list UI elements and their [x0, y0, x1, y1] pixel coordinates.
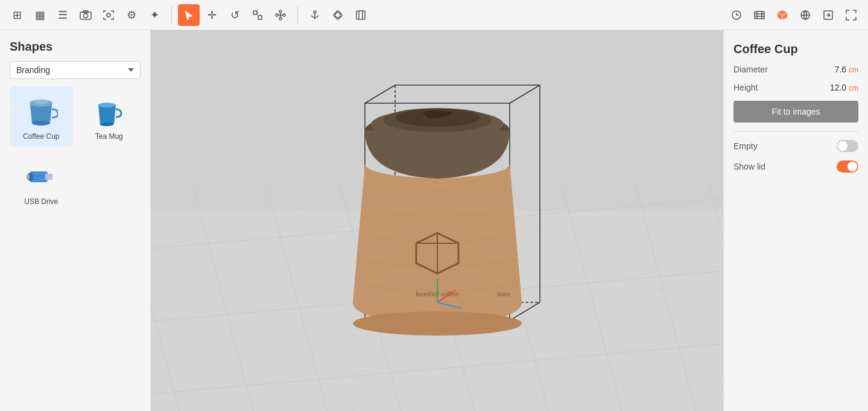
svg-text:boxs: boxs	[497, 291, 510, 298]
panel-title: Coffee Cup	[733, 42, 858, 56]
right-panel: Coffee Cup Diameter 7.6 cm Height 12.0 c…	[723, 30, 868, 411]
shape-item-coffee-cup[interactable]: Coffee Cup	[10, 86, 73, 147]
svg-point-9	[283, 14, 285, 16]
svg-point-1	[84, 13, 88, 18]
sun-icon[interactable]: ✦	[144, 4, 165, 26]
globe-icon[interactable]	[794, 4, 816, 26]
height-row: Height 12.0 cm	[733, 83, 858, 92]
svg-rect-44	[32, 175, 42, 177]
coffee-cup-label: Coffee Cup	[23, 132, 60, 141]
shape-item-usb-drive[interactable]: USB Drive	[10, 151, 73, 212]
empty-toggle-row: Empty	[733, 140, 858, 152]
center-tools-2	[304, 4, 372, 26]
svg-rect-18	[356, 11, 365, 19]
svg-rect-45	[32, 179, 38, 180]
menu-icon[interactable]: ☰	[52, 4, 74, 26]
divider-1	[171, 6, 172, 24]
coffee-cup-icon	[23, 92, 59, 129]
divider-2	[297, 6, 298, 24]
svg-point-8	[276, 14, 278, 16]
svg-point-67	[353, 311, 522, 336]
svg-point-14	[314, 11, 316, 13]
scale-tool[interactable]	[247, 4, 268, 26]
usb-drive-label: USB Drive	[24, 197, 58, 206]
divider	[733, 131, 858, 132]
usb-drive-icon	[23, 158, 59, 194]
tea-mug-label: Tea Mug	[95, 132, 123, 141]
svg-rect-41	[45, 174, 52, 180]
show-lid-label: Show lid	[733, 162, 765, 171]
grid-icon[interactable]: ▦	[29, 4, 51, 26]
film-icon[interactable]	[749, 4, 770, 26]
empty-label: Empty	[733, 141, 758, 151]
tea-mug-icon	[91, 92, 127, 129]
sidebar-title: Shapes	[10, 40, 141, 54]
svg-point-37	[34, 100, 48, 104]
category-dropdown[interactable]: Branding Basic Advanced	[10, 61, 141, 79]
empty-toggle[interactable]	[837, 140, 858, 152]
wrap-tool[interactable]	[350, 4, 372, 26]
rotate-tool[interactable]: ↺	[224, 4, 246, 26]
move-tool[interactable]: ✛	[201, 4, 223, 26]
svg-rect-24	[755, 11, 764, 19]
decal-tool[interactable]	[327, 4, 349, 26]
viewport[interactable]: boxshot coffee boxs	[151, 30, 723, 411]
svg-point-10	[279, 10, 282, 13]
box-3d-icon[interactable]	[771, 4, 793, 26]
diameter-label: Diameter	[733, 65, 768, 74]
camera-icon[interactable]	[75, 4, 97, 26]
settings-icon[interactable]: ⚙	[121, 4, 142, 26]
svg-point-35	[32, 121, 50, 126]
svg-point-3	[107, 13, 110, 17]
apps-icon[interactable]: ⊞	[6, 4, 28, 26]
coffee-cup-3d: boxshot coffee boxs	[335, 67, 540, 357]
fit-to-images-button[interactable]: Fit to images	[733, 101, 858, 123]
sidebar: Shapes Branding Basic Advanced	[0, 30, 151, 411]
diameter-row: Diameter 7.6 cm	[733, 65, 858, 74]
anchor-tool[interactable]	[304, 4, 326, 26]
shape-grid: Coffee Cup Tea Mug	[10, 86, 141, 212]
fullscreen-icon[interactable]	[840, 4, 862, 26]
svg-point-16	[334, 13, 342, 18]
svg-point-38	[98, 103, 115, 107]
export-icon[interactable]	[817, 4, 839, 26]
height-label: Height	[733, 83, 758, 92]
svg-rect-5	[258, 16, 262, 19]
svg-point-39	[100, 123, 114, 126]
svg-rect-43	[27, 174, 30, 179]
toolbar: ⊞ ▦ ☰ ⚙ ✦ ✛ ↺	[0, 0, 868, 30]
show-lid-toggle-row: Show lid	[733, 161, 858, 173]
diameter-value: 7.6 cm	[835, 65, 858, 74]
center-tools: ✛ ↺	[178, 4, 291, 26]
shape-item-tea-mug[interactable]: Tea Mug	[78, 86, 141, 147]
right-tools	[726, 4, 862, 26]
show-lid-toggle[interactable]	[837, 161, 858, 173]
svg-rect-4	[253, 11, 257, 14]
main-area: Shapes Branding Basic Advanced	[0, 30, 868, 411]
left-tools: ⊞ ▦ ☰ ⚙ ✦	[6, 4, 165, 26]
select-tool[interactable]	[178, 4, 200, 26]
capture-icon[interactable]	[98, 4, 119, 26]
clock-icon[interactable]	[726, 4, 747, 26]
nodes-tool[interactable]	[270, 4, 291, 26]
height-value: 12.0 cm	[830, 83, 858, 92]
svg-point-17	[335, 11, 340, 19]
svg-point-11	[279, 18, 282, 20]
3d-model: boxshot coffee boxs	[317, 55, 558, 357]
